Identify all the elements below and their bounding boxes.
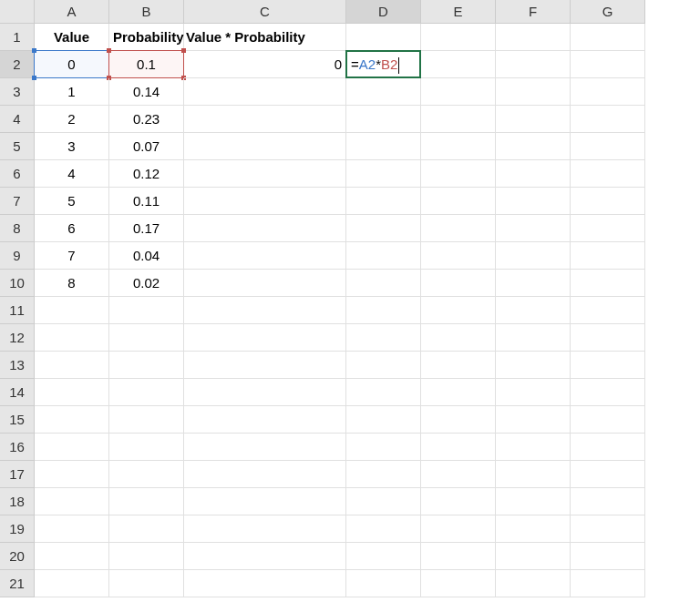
cell-A2[interactable]: 0 xyxy=(35,51,109,78)
cell-F15[interactable] xyxy=(496,406,571,434)
cell-D7[interactable] xyxy=(346,188,421,215)
cell-F13[interactable] xyxy=(496,352,571,379)
row-header-10[interactable]: 10 xyxy=(0,270,35,297)
cell-D15[interactable] xyxy=(346,406,421,434)
col-header-F[interactable]: F xyxy=(496,0,571,24)
row-header-1[interactable]: 1 xyxy=(0,24,35,51)
cell-F18[interactable] xyxy=(496,488,571,515)
cell-F8[interactable] xyxy=(496,215,571,242)
row-header-17[interactable]: 17 xyxy=(0,461,35,488)
cell-E7[interactable] xyxy=(421,188,496,215)
cell-A5[interactable]: 3 xyxy=(35,133,109,160)
cell-D4[interactable] xyxy=(346,106,421,133)
cell-D20[interactable] xyxy=(346,543,421,570)
cell-D19[interactable] xyxy=(346,515,421,543)
cell-C2[interactable]: 0 xyxy=(184,51,346,78)
cell-G20[interactable] xyxy=(571,543,645,570)
cell-A8[interactable]: 6 xyxy=(35,215,109,242)
cell-A7[interactable]: 5 xyxy=(35,188,109,215)
cell-A4[interactable]: 2 xyxy=(35,106,109,133)
col-header-A[interactable]: A xyxy=(35,0,109,24)
cell-D18[interactable] xyxy=(346,488,421,515)
row-header-15[interactable]: 15 xyxy=(0,406,35,434)
cell-D6[interactable] xyxy=(346,160,421,188)
cell-A1[interactable]: Value xyxy=(35,24,109,51)
cell-E11[interactable] xyxy=(421,297,496,324)
cell-G5[interactable] xyxy=(571,133,645,160)
cell-A21[interactable] xyxy=(35,570,109,597)
row-header-4[interactable]: 4 xyxy=(0,106,35,133)
select-all-corner[interactable] xyxy=(0,0,35,24)
row-header-21[interactable]: 21 xyxy=(0,570,35,597)
cell-F17[interactable] xyxy=(496,461,571,488)
cell-E19[interactable] xyxy=(421,515,496,543)
cell-B10[interactable]: 0.02 xyxy=(109,270,184,297)
col-header-E[interactable]: E xyxy=(421,0,496,24)
cell-D3[interactable] xyxy=(346,78,421,106)
cell-F21[interactable] xyxy=(496,570,571,597)
cell-B19[interactable] xyxy=(109,515,184,543)
row-header-18[interactable]: 18 xyxy=(0,488,35,515)
cell-D10[interactable] xyxy=(346,270,421,297)
cell-F19[interactable] xyxy=(496,515,571,543)
cell-G4[interactable] xyxy=(571,106,645,133)
cell-C4[interactable] xyxy=(184,106,346,133)
cell-C8[interactable] xyxy=(184,215,346,242)
cell-G11[interactable] xyxy=(571,297,645,324)
cell-D17[interactable] xyxy=(346,461,421,488)
row-header-12[interactable]: 12 xyxy=(0,324,35,352)
cell-G19[interactable] xyxy=(571,515,645,543)
formula-editor[interactable]: =A2*B2 xyxy=(345,50,421,78)
cell-F16[interactable] xyxy=(496,434,571,461)
row-header-20[interactable]: 20 xyxy=(0,543,35,570)
cell-B9[interactable]: 0.04 xyxy=(109,242,184,270)
cell-A10[interactable]: 8 xyxy=(35,270,109,297)
cell-F3[interactable] xyxy=(496,78,571,106)
row-header-7[interactable]: 7 xyxy=(0,188,35,215)
cell-D11[interactable] xyxy=(346,297,421,324)
cell-A14[interactable] xyxy=(35,379,109,406)
cell-G2[interactable] xyxy=(571,51,645,78)
col-header-C[interactable]: C xyxy=(184,0,346,24)
cell-G3[interactable] xyxy=(571,78,645,106)
cell-C20[interactable] xyxy=(184,543,346,570)
cell-B13[interactable] xyxy=(109,352,184,379)
cell-A6[interactable]: 4 xyxy=(35,160,109,188)
cell-D2[interactable]: =A2*B2 xyxy=(346,51,421,78)
row-header-11[interactable]: 11 xyxy=(0,297,35,324)
cell-G13[interactable] xyxy=(571,352,645,379)
cell-B18[interactable] xyxy=(109,488,184,515)
cell-B4[interactable]: 0.23 xyxy=(109,106,184,133)
cell-E20[interactable] xyxy=(421,543,496,570)
cell-B21[interactable] xyxy=(109,570,184,597)
cell-B17[interactable] xyxy=(109,461,184,488)
cell-E8[interactable] xyxy=(421,215,496,242)
cell-E9[interactable] xyxy=(421,242,496,270)
cell-B8[interactable]: 0.17 xyxy=(109,215,184,242)
cell-B11[interactable] xyxy=(109,297,184,324)
cell-B1[interactable]: Probability xyxy=(109,24,184,51)
cell-E13[interactable] xyxy=(421,352,496,379)
cell-C5[interactable] xyxy=(184,133,346,160)
cell-B16[interactable] xyxy=(109,434,184,461)
cell-F9[interactable] xyxy=(496,242,571,270)
cell-G16[interactable] xyxy=(571,434,645,461)
cell-B7[interactable]: 0.11 xyxy=(109,188,184,215)
cell-B15[interactable] xyxy=(109,406,184,434)
row-header-3[interactable]: 3 xyxy=(0,78,35,106)
cell-C13[interactable] xyxy=(184,352,346,379)
cell-A13[interactable] xyxy=(35,352,109,379)
col-header-G[interactable]: G xyxy=(571,0,645,24)
cell-F1[interactable] xyxy=(496,24,571,51)
cell-A16[interactable] xyxy=(35,434,109,461)
row-header-6[interactable]: 6 xyxy=(0,160,35,188)
cell-E16[interactable] xyxy=(421,434,496,461)
cell-A15[interactable] xyxy=(35,406,109,434)
row-header-2[interactable]: 2 xyxy=(0,51,35,78)
cell-C16[interactable] xyxy=(184,434,346,461)
cell-D8[interactable] xyxy=(346,215,421,242)
cell-G8[interactable] xyxy=(571,215,645,242)
cell-E15[interactable] xyxy=(421,406,496,434)
cell-C1[interactable]: Value * Probability xyxy=(184,24,346,51)
cell-C15[interactable] xyxy=(184,406,346,434)
